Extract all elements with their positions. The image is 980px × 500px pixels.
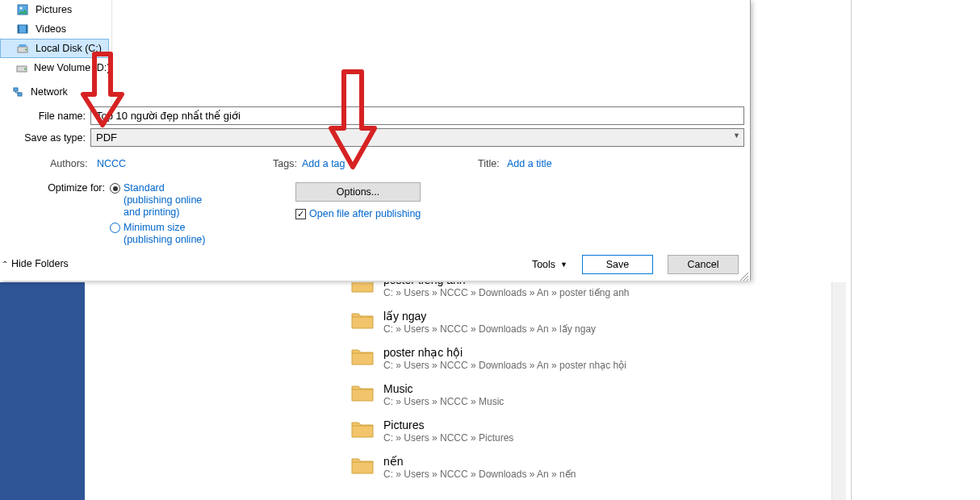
folder-icon [351, 282, 374, 294]
tree-item-label: Videos [36, 23, 66, 35]
folder-tree[interactable]: Pictures Videos Local Disk (C:) New Volu… [0, 0, 109, 105]
save-form: File name: Save as type: PDF ▼ Authors: … [0, 106, 751, 248]
filename-label: File name: [0, 110, 90, 122]
list-item[interactable]: poster nhạc hội C: » Users » NCCC » Down… [343, 344, 831, 380]
right-divider [851, 0, 852, 500]
tree-item-label: Local Disk (C:) [36, 43, 102, 54]
pictures-icon [16, 3, 29, 16]
radio-label: Standard (publishing online and printing… [124, 182, 215, 219]
list-item-title: nến [383, 454, 576, 469]
network-icon [11, 85, 24, 98]
folder-icon [351, 310, 374, 330]
saveastype-label: Save as type: [0, 132, 90, 144]
radio-standard[interactable]: Standard (publishing online and printing… [110, 182, 215, 219]
list-item-title: Pictures [383, 418, 513, 432]
save-as-dialog: Pictures Videos Local Disk (C:) New Volu… [0, 0, 751, 281]
open-after-checkbox[interactable]: Open file after publishing [295, 208, 421, 219]
svg-rect-11 [18, 93, 22, 96]
tree-item-label: Pictures [36, 4, 72, 15]
svg-rect-3 [18, 25, 19, 33]
list-item[interactable]: lấy ngay C: » Users » NCCC » Downloads »… [343, 307, 831, 344]
button-label: Cancel [688, 259, 719, 270]
list-item-title: poster nhạc hội [383, 345, 626, 360]
tags-input[interactable]: Add a tag [302, 158, 478, 169]
button-label: Options... [337, 186, 380, 198]
drive-icon [16, 61, 27, 74]
folder-icon [351, 383, 374, 402]
radio-icon [110, 223, 120, 233]
resize-grip[interactable] [739, 269, 748, 279]
svg-rect-10 [14, 88, 18, 91]
tags-label: Tags: [273, 158, 302, 169]
tools-dropdown[interactable]: Tools ▼ [532, 259, 567, 270]
list-item[interactable]: Pictures C: » Users » NCCC » Pictures [343, 416, 831, 452]
chevron-up-icon: ⌃ [2, 260, 8, 269]
svg-rect-4 [26, 25, 27, 33]
chevron-down-icon: ▼ [733, 131, 740, 140]
folder-icon [351, 419, 374, 439]
svg-point-1 [20, 7, 23, 10]
tree-item-pictures[interactable]: Pictures [0, 0, 109, 19]
checkbox-label: Open file after publishing [309, 208, 421, 219]
authors-value[interactable]: NCCC [97, 158, 273, 169]
tree-item-new-volume-d[interactable]: New Volume (D:) [0, 58, 109, 77]
svg-rect-6 [19, 44, 27, 47]
cancel-button[interactable]: Cancel [668, 255, 739, 274]
folder-icon [351, 347, 374, 366]
file-browser-pane[interactable] [111, 0, 749, 105]
background-navy [0, 282, 85, 500]
filename-input[interactable] [90, 106, 744, 125]
background-search-results: poster tiếng anh C: » Users » NCCC » Dow… [343, 282, 831, 500]
saveastype-value: PDF [96, 131, 117, 144]
svg-line-14 [747, 279, 748, 281]
list-item-title: lấy ngay [383, 309, 596, 323]
background-pane [85, 282, 343, 500]
chevron-down-icon: ▼ [560, 260, 567, 269]
save-button[interactable]: Save [582, 255, 653, 274]
list-item[interactable]: poster tiếng anh C: » Users » NCCC » Dow… [343, 282, 831, 307]
tree-item-label: Network [31, 86, 68, 98]
list-item-title: Music [383, 381, 504, 396]
list-item[interactable]: nến C: » Users » NCCC » Downloads » An »… [343, 452, 831, 489]
videos-icon [16, 23, 29, 35]
tools-label: Tools [532, 259, 555, 270]
authors-label: Authors: [50, 158, 97, 169]
hide-folders-label: Hide Folders [11, 258, 69, 269]
button-label: Save [606, 259, 630, 270]
list-item-path: C: » Users » NCCC » Downloads » An » pos… [383, 287, 629, 299]
radio-icon [110, 183, 120, 194]
drive-icon [16, 42, 29, 55]
radio-label: Minimum size (publishing online) [124, 222, 215, 246]
tree-item-local-disk-c[interactable]: Local Disk (C:) [0, 39, 109, 58]
hide-folders-toggle[interactable]: ⌃ Hide Folders [2, 258, 69, 269]
background-scrollbar[interactable] [831, 282, 846, 500]
list-item-path: C: » Users » NCCC » Pictures [383, 432, 513, 444]
tree-item-network[interactable]: Network [0, 82, 109, 102]
list-item[interactable]: Music C: » Users » NCCC » Music [343, 380, 831, 416]
folder-icon [351, 456, 374, 475]
list-item-path: C: » Users » NCCC » Downloads » An » pos… [383, 360, 626, 372]
tree-item-videos[interactable]: Videos [0, 19, 109, 39]
list-item-path: C: » Users » NCCC » Music [383, 396, 504, 408]
saveastype-dropdown[interactable]: PDF ▼ [90, 128, 744, 147]
tree-item-label: New Volume (D:) [34, 62, 110, 73]
title-input[interactable]: Add a title [507, 158, 552, 169]
svg-point-7 [25, 49, 27, 51]
title-label: Title: [478, 158, 507, 169]
list-item-path: C: » Users » NCCC » Downloads » An » lấy… [383, 323, 596, 335]
options-button[interactable]: Options... [295, 182, 421, 202]
radio-minimum[interactable]: Minimum size (publishing online) [110, 222, 215, 246]
checkbox-icon [295, 209, 306, 219]
list-item-path: C: » Users » NCCC » Downloads » An » nến [383, 469, 576, 481]
right-panel [848, 0, 980, 500]
optimize-label: Optimize for: [0, 182, 110, 194]
svg-point-9 [24, 69, 26, 70]
